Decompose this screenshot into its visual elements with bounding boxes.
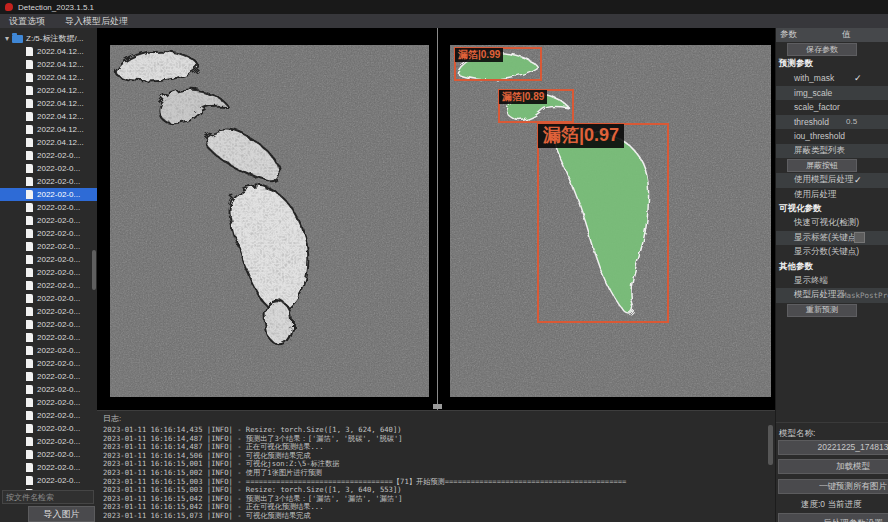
tree-item[interactable]: 2022-02-0... <box>0 370 97 383</box>
param-label: 使用模型后处理 <box>794 174 854 186</box>
file-icon <box>26 307 33 316</box>
param-label: scale_factor <box>794 102 840 112</box>
tree-item[interactable]: 2022-02-0... <box>0 253 97 266</box>
tree-item[interactable]: 2022-02-0... <box>0 227 97 240</box>
splitter-grip[interactable] <box>433 404 442 409</box>
tree-item[interactable]: 2022-02-0... <box>0 214 97 227</box>
prediction-image[interactable]: 漏箔|0.99 漏箔|0.89 漏箔|0.97 <box>450 45 771 397</box>
tree-item-label: 2022-02-0... <box>37 437 80 446</box>
param-button[interactable]: 屏蔽按钮 <box>787 159 857 172</box>
file-icon <box>26 411 33 420</box>
param-row[interactable]: 显示标签(关键点) <box>776 231 888 246</box>
log-line: 2023-01-11 16:16:15,003 |INFO| - =======… <box>103 478 775 487</box>
param-row[interactable]: scale_factor <box>776 100 888 115</box>
tree-item[interactable]: 2022-02-0... <box>0 149 97 162</box>
tree-item-label: 2022.04.12... <box>37 99 84 108</box>
tree-item[interactable]: 2022.04.12... <box>0 45 97 58</box>
param-row[interactable]: 使用模型后处理✓ <box>776 173 888 188</box>
tree-item[interactable]: 2022-02-0... <box>0 162 97 175</box>
file-icon <box>26 151 33 160</box>
tree-item[interactable]: 2022-02-0... <box>0 188 97 201</box>
param-button[interactable]: 重新预测 <box>787 304 857 317</box>
log-scrollbar[interactable] <box>768 425 773 465</box>
original-image[interactable] <box>110 45 429 397</box>
folder-icon <box>12 35 23 43</box>
tree-root-folder[interactable]: ▾ Z:/5-标注数据/... <box>0 32 97 45</box>
param-section-header: 其他参数 <box>776 260 888 274</box>
param-row[interactable]: 使用后处理 <box>776 188 888 203</box>
tree-item[interactable]: 2022.04.12... <box>0 110 97 123</box>
tree-item[interactable]: 2022-02-0... <box>0 266 97 279</box>
check-icon: ✓ <box>854 71 862 86</box>
param-label: 显示分数(关键点) <box>794 246 859 258</box>
param-row[interactable]: threshold0.5 <box>776 115 888 130</box>
file-icon <box>26 203 33 212</box>
tree-item[interactable]: 2022-02-0... <box>0 305 97 318</box>
model-section: 模型名称: 20221225_174813 加载模型 一键预测所有图片 速度:0… <box>776 422 888 522</box>
tree-item[interactable]: 2022-02-0... <box>0 344 97 357</box>
model-name-button[interactable]: 20221225_174813 <box>778 440 888 455</box>
tree-item[interactable]: 2022-02-0... <box>0 201 97 214</box>
tree-item[interactable]: 2022.04.12... <box>0 58 97 71</box>
model-name-label: 模型名称: <box>779 428 815 440</box>
param-row[interactable]: 显示终端 <box>776 274 888 289</box>
tree-item[interactable]: 2022-02-0... <box>0 435 97 448</box>
param-rows: 保存参数预测参数with_mask✓img_scalescale_factort… <box>776 42 888 318</box>
file-icon <box>26 346 33 355</box>
tree-item[interactable]: 2022.04.12... <box>0 136 97 149</box>
tree-item-label: 2022-02-0... <box>37 164 80 173</box>
splitter-divider[interactable] <box>437 28 438 410</box>
tree-item[interactable]: 2022-02-0... <box>0 357 97 370</box>
tree-item[interactable]: 2022.04.12... <box>0 84 97 97</box>
param-row[interactable]: 屏蔽类型列表 <box>776 144 888 159</box>
tree-item[interactable]: 2022-02-0... <box>0 474 97 487</box>
detection-label-2: 漏箔|0.89 <box>499 90 547 104</box>
param-row[interactable]: 快速可视化(检测) <box>776 216 888 231</box>
tree-item[interactable]: 2022-02-0... <box>0 396 97 409</box>
menu-item-2[interactable]: 导入模型后处理 <box>65 15 128 28</box>
tree-root-label: Z:/5-标注数据/... <box>26 33 83 44</box>
tree-item[interactable]: 2022-02-0... <box>0 409 97 422</box>
tree-item[interactable]: 2022.04.12... <box>0 123 97 136</box>
param-checkbox[interactable] <box>854 231 865 246</box>
param-button[interactable]: 保存参数 <box>787 43 857 56</box>
predict-all-button[interactable]: 一键预测所有图片 <box>778 479 888 494</box>
tree-item[interactable]: 2022-02-0... <box>0 461 97 474</box>
param-label: with_mask <box>794 73 834 83</box>
menu-item-1[interactable]: 设置选项 <box>9 15 45 28</box>
image-viewer: 漏箔|0.99 漏箔|0.89 漏箔|0.97 <box>97 28 775 410</box>
tree-item-label: 2022.04.12... <box>37 138 84 147</box>
tree-item-label: 2022-02-0... <box>37 476 80 485</box>
load-model-button[interactable]: 加载模型 <box>778 459 888 474</box>
param-row[interactable]: iou_threshold <box>776 129 888 144</box>
param-row[interactable]: with_mask✓ <box>776 71 888 86</box>
tree-item[interactable]: 2022-02-0... <box>0 292 97 305</box>
tree-item[interactable]: 2022-02-0... <box>0 240 97 253</box>
param-label: img_scale <box>794 88 832 98</box>
tree-item[interactable]: 2022-02-0... <box>0 279 97 292</box>
tree-item-label: 2022-02-0... <box>37 242 80 251</box>
file-icon <box>26 294 33 303</box>
caret-down-icon[interactable]: ▾ <box>5 35 9 43</box>
file-icon <box>26 138 33 147</box>
tree-item[interactable]: 2022-02-0... <box>0 331 97 344</box>
param-row[interactable]: 模型后处理器MaskPostProc <box>776 288 888 303</box>
tree-item[interactable]: 2022-02-0... <box>0 383 97 396</box>
param-label: 使用后处理 <box>794 189 837 201</box>
tree-item-list: 2022.04.12...2022.04.12...2022.04.12...2… <box>0 45 97 490</box>
tree-scrollbar[interactable] <box>92 250 96 290</box>
tree-item[interactable]: 2022.04.12... <box>0 97 97 110</box>
param-row[interactable]: img_scale <box>776 86 888 101</box>
tree-item[interactable]: 2022-02-0... <box>0 448 97 461</box>
tree-item[interactable]: 2022-02-0... <box>0 318 97 331</box>
tree-item[interactable]: 2022.04.12... <box>0 71 97 84</box>
tree-item[interactable]: 2022-02-0... <box>0 175 97 188</box>
import-images-button[interactable]: 导入图片 <box>28 506 95 522</box>
value-column-header: 值 <box>842 29 851 41</box>
tree-item-label: 2022-02-0... <box>37 229 80 238</box>
file-icon <box>26 463 33 472</box>
search-input[interactable] <box>2 490 94 504</box>
tree-item[interactable]: 2022-02-0... <box>0 422 97 435</box>
param-row[interactable]: 显示分数(关键点) <box>776 245 888 260</box>
postprocess-settings-button[interactable]: 后处理参数设置 <box>778 513 888 522</box>
